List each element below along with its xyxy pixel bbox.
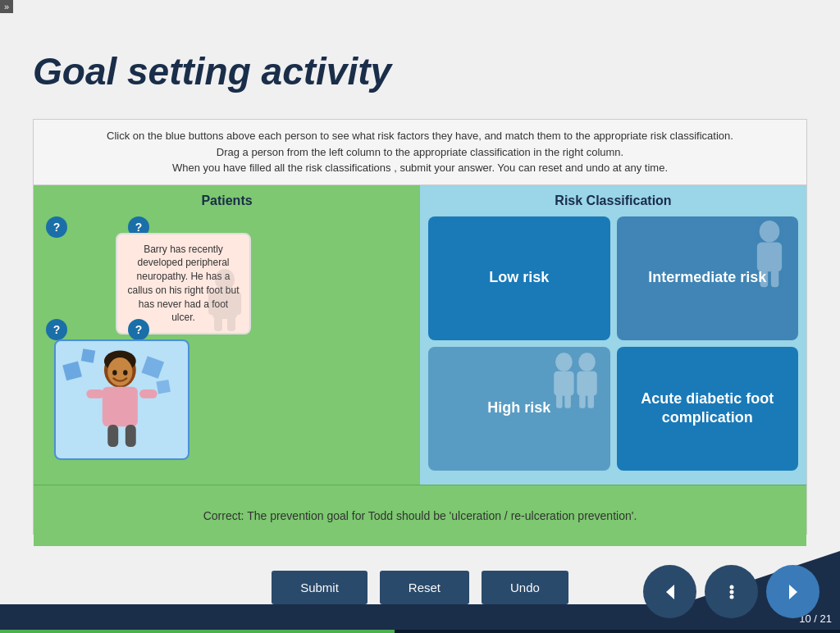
svg-point-28 [578,353,596,371]
reset-button[interactable]: Reset [380,571,469,604]
svg-marker-32 [666,585,674,599]
svg-rect-31 [587,394,594,408]
svg-rect-2 [208,292,218,315]
risk-cell-intermediate[interactable]: Intermediate risk [617,216,799,340]
svg-rect-30 [579,394,586,408]
svg-rect-8 [141,356,164,379]
svg-rect-29 [577,371,596,395]
menu-icon [723,583,741,601]
progress-bar-fill [0,630,395,633]
nav-btn-container [643,565,824,626]
svg-point-35 [729,594,733,599]
acute-risk-label: Acute diabetic foot complication [617,389,799,428]
risk-cell-low[interactable]: Low risk [428,216,610,340]
svg-rect-9 [156,379,170,393]
risk-grid: Low risk Intermediate risk High risk [428,216,798,471]
progress-bar-track [0,630,840,633]
patients-column: Patients ? ? Barry has recently develope… [34,185,420,485]
risk-cell-high[interactable]: High risk [428,347,610,471]
svg-point-20 [760,221,780,242]
svg-rect-15 [139,389,158,398]
nav-forward-button[interactable] [766,565,819,618]
intermediate-risk-label: Intermediate risk [648,268,766,287]
svg-point-16 [112,370,116,375]
svg-rect-19 [126,425,136,447]
svg-point-34 [729,590,733,594]
svg-point-17 [123,370,127,375]
nav-back-button[interactable] [643,565,696,618]
page-title: Goal setting activity [33,49,391,93]
patients-area: ? ? Barry has recently developed periphe… [42,216,412,475]
question-badge-woman[interactable]: ? [46,319,67,340]
undo-button[interactable]: Undo [482,571,568,604]
main-container: Click on the blue buttons above each per… [33,119,807,535]
risk-column: Risk Classification Low risk Intermediat… [420,185,806,485]
svg-rect-14 [86,389,104,398]
svg-rect-4 [214,316,222,331]
question-badge-topleft[interactable]: ? [46,216,67,238]
instruction-bar: Click on the blue buttons above each per… [34,120,806,185]
woman-card[interactable] [54,339,189,460]
svg-marker-36 [789,585,797,599]
barry-figure-icon [200,267,249,333]
risk-cell-acute[interactable]: Acute diabetic foot complication [617,347,799,471]
activity-area: Patients ? ? Barry has recently develope… [34,185,806,485]
svg-point-33 [729,585,733,589]
back-arrow-icon [661,583,679,601]
nav-menu-button[interactable] [705,565,758,618]
question-badge-woman2[interactable]: ? [128,319,149,340]
submit-button[interactable]: Submit [272,571,368,604]
patients-header: Patients [42,194,412,208]
expand-button[interactable]: » [0,0,13,13]
svg-rect-25 [554,371,573,395]
svg-point-0 [215,269,235,290]
instruction-line3: When you have filled all the risk classi… [50,160,790,176]
svg-rect-26 [556,394,563,408]
svg-rect-3 [231,292,241,315]
svg-rect-13 [103,386,138,426]
instruction-line1: Click on the blue buttons above each per… [50,128,790,144]
svg-point-24 [555,353,573,371]
svg-rect-6 [62,361,82,380]
woman-figure-icon [60,345,184,451]
expand-icon: » [4,2,9,11]
forward-arrow-icon [784,583,802,601]
persons-silhouette-high [545,351,606,421]
svg-rect-21 [757,242,782,271]
svg-rect-5 [227,316,235,331]
risk-header: Risk Classification [428,194,798,208]
feedback-text: Correct: The prevention goal for Todd sh… [203,509,637,522]
svg-rect-27 [564,394,571,408]
svg-rect-23 [771,270,778,287]
high-risk-label: High risk [487,398,550,417]
low-risk-label: Low risk [489,268,549,287]
svg-rect-18 [107,425,118,447]
feedback-bar: Correct: The prevention goal for Todd sh… [34,485,806,546]
svg-rect-7 [81,348,95,362]
instruction-line2: Drag a person from the left column to th… [50,144,790,161]
